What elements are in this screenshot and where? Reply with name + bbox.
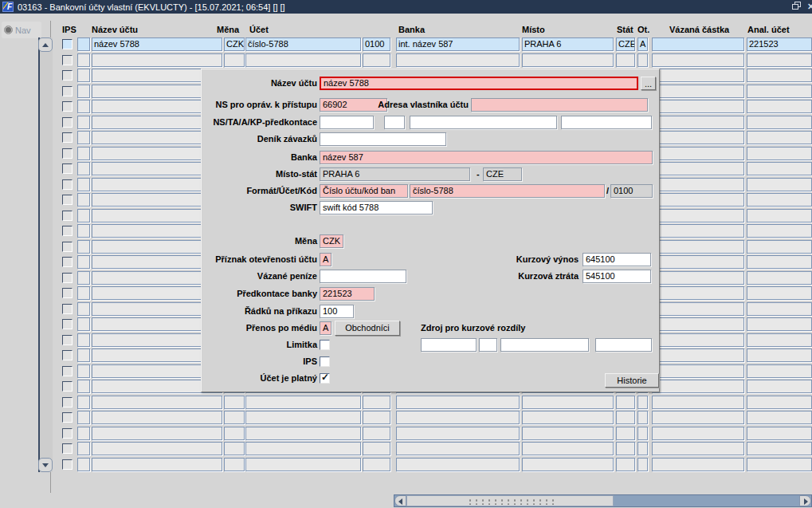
cell-anal[interactable] xyxy=(747,178,812,191)
cell-c1[interactable] xyxy=(77,349,90,362)
banka-field[interactable]: název 587 xyxy=(320,151,653,164)
cell-ucet[interactable] xyxy=(245,442,361,455)
cell-mena[interactable] xyxy=(224,396,245,409)
cell-ot[interactable] xyxy=(637,411,648,424)
cell-vazana[interactable] xyxy=(652,224,744,238)
row-ips-checkbox[interactable] xyxy=(62,350,73,360)
cell-c1[interactable] xyxy=(77,396,90,409)
row-ips-checkbox[interactable] xyxy=(62,195,73,205)
cell-vazana[interactable] xyxy=(652,193,744,207)
row-ips-checkbox[interactable] xyxy=(62,55,73,65)
cell-nazev[interactable] xyxy=(92,411,222,424)
cell-anal[interactable] xyxy=(747,458,812,471)
cell-vazana[interactable] xyxy=(652,240,744,254)
cell-c1[interactable] xyxy=(77,427,90,440)
cell-c1[interactable] xyxy=(77,333,90,347)
row-ips-checkbox[interactable] xyxy=(62,304,73,314)
scroll-left-button[interactable] xyxy=(394,495,406,506)
cell-ot[interactable] xyxy=(637,396,648,409)
cell-vazana[interactable] xyxy=(652,333,744,347)
cell-vazana[interactable] xyxy=(652,100,744,113)
predkontace-field-3[interactable] xyxy=(410,116,557,129)
row-ips-checkbox[interactable] xyxy=(62,117,73,128)
row-ips-checkbox[interactable] xyxy=(62,163,73,174)
row-ips-checkbox[interactable] xyxy=(62,148,73,159)
cell-vazana[interactable] xyxy=(652,37,744,51)
cell-kod[interactable]: 0100 xyxy=(363,37,390,51)
cell-c1[interactable] xyxy=(77,364,90,378)
stat-field[interactable]: CZE xyxy=(483,167,522,181)
row-ips-checkbox[interactable] xyxy=(62,211,73,221)
cell-mena[interactable] xyxy=(224,458,245,471)
cell-anal[interactable] xyxy=(747,317,812,331)
cell-vazana[interactable] xyxy=(652,442,744,455)
cell-vazana[interactable] xyxy=(652,271,744,285)
cell-anal[interactable] xyxy=(747,162,812,175)
cell-anal[interactable] xyxy=(747,396,812,409)
cell-banka[interactable] xyxy=(396,396,520,409)
cell-c1[interactable] xyxy=(77,286,90,300)
ucet-platny-checkbox[interactable] xyxy=(320,373,330,384)
scroll-down-button[interactable] xyxy=(38,458,53,472)
row-ips-checkbox[interactable] xyxy=(62,319,73,329)
cell-c1[interactable] xyxy=(77,224,90,238)
cell-anal[interactable] xyxy=(747,286,812,300)
cell-vazana[interactable] xyxy=(652,317,744,331)
cell-vazana[interactable] xyxy=(652,69,744,82)
cell-c1[interactable] xyxy=(77,380,90,393)
cell-anal[interactable]: 221523 xyxy=(747,37,812,51)
cell-vazana[interactable] xyxy=(652,396,744,409)
obchodnici-button[interactable]: Obchodníci xyxy=(335,321,400,336)
cell-banka[interactable] xyxy=(396,442,520,455)
cell-misto[interactable] xyxy=(522,427,614,440)
row-ips-checkbox[interactable] xyxy=(62,335,73,345)
cell-ot[interactable] xyxy=(637,442,648,455)
cell-anal[interactable] xyxy=(747,147,812,160)
cell-anal[interactable] xyxy=(747,380,812,393)
cell-misto[interactable] xyxy=(522,53,614,67)
cell-anal[interactable] xyxy=(747,442,812,455)
cell-banka[interactable] xyxy=(396,427,520,440)
cell-nazev[interactable] xyxy=(92,458,222,471)
vazane-field[interactable] xyxy=(320,270,406,283)
scroll-right-button[interactable] xyxy=(799,495,811,506)
cell-anal[interactable] xyxy=(747,209,812,222)
cell-nazev[interactable] xyxy=(92,396,222,409)
row-ips-checkbox[interactable] xyxy=(62,39,73,49)
cell-stat[interactable] xyxy=(616,411,635,424)
cell-stat[interactable]: CZE xyxy=(616,37,635,51)
cell-misto[interactable] xyxy=(522,442,614,455)
cell-ot[interactable] xyxy=(637,427,648,440)
cell-vazana[interactable] xyxy=(652,85,744,98)
cell-anal[interactable] xyxy=(747,255,812,269)
cell-c1[interactable] xyxy=(77,85,90,98)
ucet-field[interactable]: číslo-5788 xyxy=(410,184,605,198)
adresa-field[interactable] xyxy=(471,98,648,112)
cell-stat[interactable] xyxy=(616,442,635,455)
row-ips-checkbox[interactable] xyxy=(62,101,73,112)
cell-stat[interactable] xyxy=(616,396,635,409)
cell-anal[interactable] xyxy=(747,224,812,238)
cell-kod[interactable] xyxy=(363,53,390,67)
cell-c1[interactable] xyxy=(77,37,90,51)
cell-anal[interactable] xyxy=(747,53,812,67)
format-field[interactable]: Číslo účtu/kód ban xyxy=(320,184,408,198)
cell-vazana[interactable] xyxy=(652,255,744,269)
cell-anal[interactable] xyxy=(747,69,812,82)
cell-misto[interactable] xyxy=(522,458,614,471)
cell-vazana[interactable] xyxy=(652,458,744,471)
row-ips-checkbox[interactable] xyxy=(62,226,73,236)
row-ips-checkbox[interactable] xyxy=(62,179,73,190)
row-ips-checkbox[interactable] xyxy=(62,86,73,96)
zdroj-field-3[interactable] xyxy=(500,338,589,352)
cell-vazana[interactable] xyxy=(652,131,744,144)
cell-c1[interactable] xyxy=(77,209,90,222)
row-ips-checkbox[interactable] xyxy=(62,273,73,283)
row-ips-checkbox[interactable] xyxy=(62,288,73,298)
cell-anal[interactable] xyxy=(747,271,812,285)
cell-c1[interactable] xyxy=(77,271,90,285)
cell-anal[interactable] xyxy=(747,364,812,378)
row-ips-checkbox[interactable] xyxy=(62,366,73,376)
denik-field[interactable] xyxy=(320,132,446,146)
cell-misto[interactable] xyxy=(522,411,614,424)
